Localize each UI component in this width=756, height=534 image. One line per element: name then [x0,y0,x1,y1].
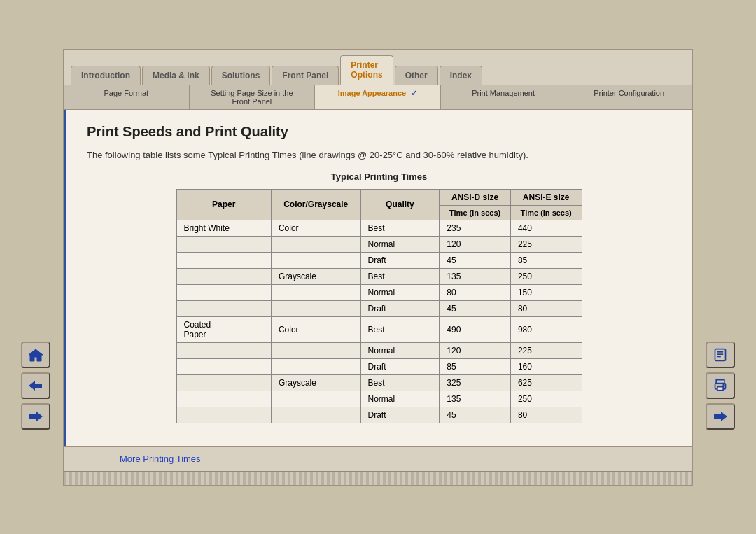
cell-ansi-d: 135 [440,391,511,407]
table-row: Draft 45 85 [176,252,582,268]
cell-color [271,300,360,316]
header-quality: Quality [360,189,440,220]
print-button[interactable] [706,372,735,399]
cell-quality: Normal [360,284,440,300]
back-button[interactable] [21,372,50,399]
cell-ansi-e: 150 [510,284,582,300]
cell-ansi-e: 80 [510,300,582,316]
cell-quality: Draft [360,407,440,423]
cell-paper: CoatedPaper [176,316,271,342]
cell-quality: Normal [360,342,440,358]
table-row: Draft 45 80 [176,407,582,423]
cell-paper [176,374,271,391]
cell-paper [176,342,271,358]
subheader-ansi-e-time: Time (in secs) [510,205,582,220]
cell-color [271,252,360,268]
next-section-button[interactable] [706,403,735,430]
table-row: CoatedPaper Color Best 490 980 [176,316,582,342]
cell-paper: Bright White [176,220,271,236]
cell-paper [176,252,271,268]
subheader-ansi-d-time: Time (in secs) [440,205,511,220]
cell-color: Grayscale [271,374,360,391]
cell-ansi-e: 250 [510,268,582,284]
tab-media-ink[interactable]: Media & Ink [142,66,210,85]
cell-color: Grayscale [271,268,360,284]
home-button[interactable] [21,342,50,368]
table-row: Draft 85 160 [176,358,582,374]
cell-quality: Best [360,374,440,391]
cell-quality: Best [360,316,440,342]
cell-ansi-d: 85 [440,358,511,374]
table-row: Grayscale Best 135 250 [176,268,582,284]
subtab-setting-page-size[interactable]: Setting Page Size in theFront Panel [190,85,316,109]
table-row: Normal 80 150 [176,284,582,300]
cell-color: Color [271,220,360,236]
cell-color [271,236,360,252]
cell-ansi-e: 625 [510,374,582,391]
header-paper: Paper [176,189,271,220]
tab-other[interactable]: Other [395,66,438,85]
cell-ansi-e: 225 [510,342,582,358]
cell-quality: Best [360,220,440,236]
cell-color: Color [271,316,360,342]
cell-ansi-d: 325 [440,374,511,391]
table-title: Typical Printing Times [87,171,671,182]
cell-ansi-e: 160 [510,358,582,374]
svg-marker-2 [29,412,43,421]
subtab-image-appearance-label: Image Appearance [338,89,406,97]
cell-ansi-e: 440 [510,220,582,236]
app-wrapper: Introduction Media & Ink Solutions Front… [63,49,693,486]
checkmark-icon: ✓ [411,89,417,97]
cell-quality: Draft [360,252,440,268]
cell-paper [176,391,271,407]
cell-ansi-d: 45 [440,407,511,423]
cell-quality: Best [360,268,440,284]
table-row: Normal 120 225 [176,342,582,358]
svg-marker-1 [29,381,42,391]
cell-color [271,284,360,300]
tab-solutions[interactable]: Solutions [211,66,271,85]
tab-introduction[interactable]: Introduction [71,66,141,85]
subtab-page-format[interactable]: Page Format [64,85,190,109]
subtab-printer-configuration[interactable]: Printer Configuration [566,85,692,109]
cell-quality: Draft [360,358,440,374]
cell-paper [176,236,271,252]
cell-ansi-d: 490 [440,316,511,342]
subtab-image-appearance[interactable]: Image Appearance ✓ [315,85,441,109]
svg-point-10 [723,384,724,386]
cell-ansi-d: 135 [440,268,511,284]
cell-ansi-d: 235 [440,220,511,236]
cell-paper [176,268,271,284]
cell-ansi-d: 120 [440,236,511,252]
cell-paper [176,358,271,374]
cell-quality: Draft [360,300,440,316]
main-container: Introduction Media & Ink Solutions Front… [63,49,693,486]
table-row: Normal 135 250 [176,391,582,407]
cell-ansi-d: 45 [440,300,511,316]
cell-ansi-e: 225 [510,236,582,252]
tab-bar: Introduction Media & Ink Solutions Front… [64,50,692,85]
subtab-print-management[interactable]: Print Management [441,85,567,109]
svg-marker-0 [29,349,43,361]
tab-index[interactable]: Index [440,66,482,85]
table-row: Normal 120 225 [176,236,582,252]
more-printing-times-link[interactable]: More Printing Times [120,454,201,464]
forward-button[interactable] [21,403,50,430]
table-row: Bright White Color Best 235 440 [176,220,582,236]
contents-button[interactable] [706,342,735,368]
page-title: Print Speeds and Print Quality [87,124,671,140]
cell-color [271,358,360,374]
cell-ansi-d: 80 [440,284,511,300]
header-color: Color/Grayscale [271,189,360,220]
bottom-bar: More Printing Times [64,446,692,471]
cell-quality: Normal [360,236,440,252]
header-ansi-e: ANSI-E size [510,189,582,205]
cell-paper [176,407,271,423]
cell-color [271,342,360,358]
cell-paper [176,300,271,316]
tab-front-panel[interactable]: Front Panel [272,66,339,85]
header-ansi-d: ANSI-D size [440,189,511,205]
tab-printer-options[interactable]: PrinterOptions [340,55,393,85]
cell-ansi-e: 250 [510,391,582,407]
right-nav-buttons [706,342,735,430]
